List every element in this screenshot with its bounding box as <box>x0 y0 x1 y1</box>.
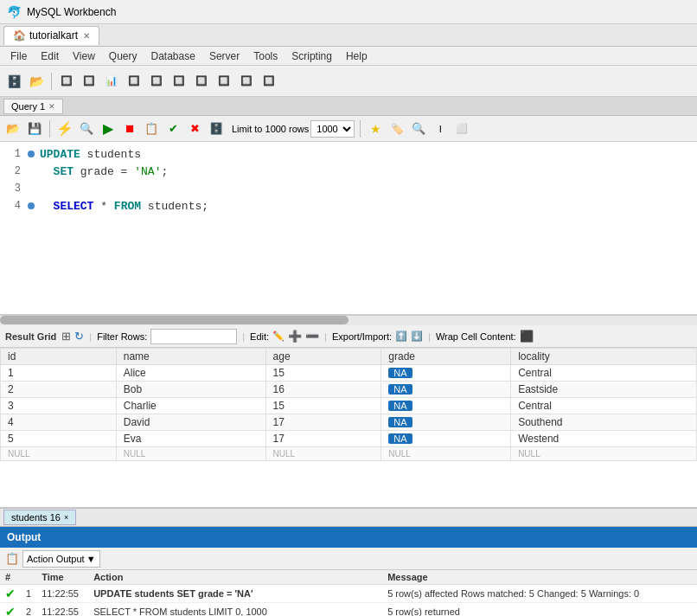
toolbar-btn-8[interactable]: 🔲 <box>214 71 234 92</box>
result-refresh-icon[interactable]: ↻ <box>74 330 84 343</box>
result-tab-students[interactable]: students 16 × <box>3 510 76 525</box>
menu-help[interactable]: Help <box>339 48 374 64</box>
code-line-1: 1 UPDATE students <box>0 145 697 163</box>
home-tab[interactable]: 🏠 tutorialkart ✕ <box>3 26 99 45</box>
toolbar-btn-5[interactable]: 🔲 <box>146 71 167 92</box>
sep-wrap: | <box>428 331 431 342</box>
toolbar-btn-10[interactable]: 🔲 <box>259 71 279 92</box>
output-row-num: 2 <box>21 603 36 617</box>
q-run-btn[interactable]: ⚡ <box>55 119 74 138</box>
output-col-time: Time <box>36 570 88 585</box>
menu-tools[interactable]: Tools <box>246 48 285 64</box>
edit-plus-icon[interactable]: ➕ <box>288 330 302 343</box>
q-star-btn[interactable]: ★ <box>366 119 385 138</box>
toolbar-btn-3[interactable]: 📊 <box>101 71 122 92</box>
output-col-action: Action <box>88 570 382 585</box>
q-x-btn[interactable]: ✖ <box>185 119 204 138</box>
query-tab-1[interactable]: Query 1 ✕ <box>3 99 63 114</box>
q-fmt-btn[interactable]: I <box>431 119 450 138</box>
filter-input[interactable] <box>150 329 237 344</box>
action-output-label: Action Output <box>27 554 85 564</box>
result-icon-1: ⊞ <box>61 330 71 343</box>
data-table-wrap: id name age grade locality 1Alice15NACen… <box>0 348 697 508</box>
code-line-4: 4 SELECT * FROM students; <box>0 197 697 215</box>
edit-pencil-icon[interactable]: ✏️ <box>272 330 285 342</box>
output-col-message: Message <box>382 570 697 585</box>
menu-scripting[interactable]: Scripting <box>285 48 339 64</box>
menu-server[interactable]: Server <box>202 48 246 64</box>
output-row-message: 5 row(s) affected Rows matched: 5 Change… <box>382 585 697 603</box>
toolbar-new-schema[interactable]: 🗄️ <box>3 71 24 92</box>
output-toolbar: 📋 Action Output ▼ <box>0 548 697 570</box>
code-editor[interactable]: 1 UPDATE students 2 SET grade = 'NA'; 3 … <box>0 142 697 315</box>
export-down-icon[interactable]: ⬇️ <box>411 330 423 342</box>
output-header-row: # Time Action Message <box>0 570 697 585</box>
wrap-icon[interactable]: ⬛ <box>520 330 534 343</box>
q-save-btn[interactable]: 💾 <box>25 119 44 138</box>
status-icon: ✔ <box>0 585 21 603</box>
toolbar-open[interactable]: 📂 <box>26 71 47 92</box>
q-stop-btn[interactable]: ⏹ <box>120 119 139 138</box>
na-badge: NA <box>388 368 412 378</box>
q-sep-1 <box>49 120 50 138</box>
q-open-btn[interactable]: 📂 <box>3 119 22 138</box>
limit-select[interactable]: Limit to 1000 rows 1000 500 200 <box>232 120 355 138</box>
app-title: MySQL Workbench <box>27 6 116 18</box>
edit-minus-icon[interactable]: ➖ <box>305 330 319 343</box>
result-tab-close[interactable]: × <box>64 513 68 522</box>
query-tab-close[interactable]: ✕ <box>48 102 55 111</box>
q-find-btn[interactable]: 🔍 <box>77 119 96 138</box>
menu-edit[interactable]: Edit <box>34 48 66 64</box>
dropdown-arrow-icon: ▼ <box>86 554 96 564</box>
output-header: Output <box>0 527 697 548</box>
null-row: NULLNULLNULLNULLNULL <box>1 447 697 461</box>
na-badge: NA <box>388 433 412 444</box>
menu-file[interactable]: File <box>3 48 34 64</box>
toolbar-btn-1[interactable]: 🔲 <box>56 71 77 92</box>
query-toolbar: 📂 💾 ⚡ 🔍 ▶ ⏹ 📋 ✔ ✖ 🗄️ Limit to 1000 rows … <box>0 116 697 142</box>
export-label: Export/Import: <box>332 331 392 342</box>
output-row-message: 5 row(s) returned <box>382 603 697 617</box>
title-bar: 🐬 MySQL Workbench <box>0 0 697 24</box>
menu-view[interactable]: View <box>66 48 102 64</box>
export-up-icon[interactable]: ⬆️ <box>395 330 407 342</box>
menu-database[interactable]: Database <box>144 48 202 64</box>
q-explain-btn[interactable]: 📋 <box>142 119 161 138</box>
q-tag-btn[interactable]: 🏷️ <box>387 119 406 138</box>
tab-close-btn[interactable]: ✕ <box>83 31 90 41</box>
tab-bar: 🏠 tutorialkart ✕ <box>0 24 697 47</box>
toolbar-btn-6[interactable]: 🔲 <box>169 71 189 92</box>
col-header-id: id <box>1 349 117 365</box>
output-row-action: SELECT * FROM students LIMIT 0, 1000 <box>88 603 382 617</box>
scroll-thumb[interactable] <box>0 316 348 324</box>
output-col-hash: # <box>0 570 21 585</box>
menu-query[interactable]: Query <box>102 48 144 64</box>
output-row-time: 11:22:55 <box>36 585 88 603</box>
q-wrap-btn[interactable]: ⬜ <box>452 119 471 138</box>
table-row: 2Bob16NAEastside <box>1 382 697 398</box>
sep-edit: | <box>242 331 245 342</box>
toolbar-btn-9[interactable]: 🔲 <box>236 71 257 92</box>
toolbar-sep-1 <box>51 73 52 90</box>
q-run-current-btn[interactable]: ▶ <box>99 119 118 138</box>
toolbar-btn-7[interactable]: 🔲 <box>191 71 212 92</box>
q-magnify-btn[interactable]: 🔍 <box>409 119 428 138</box>
limit-dropdown[interactable]: 1000 500 200 <box>310 120 355 138</box>
wrap-label: Wrap Cell Content: <box>436 331 516 342</box>
table-row: 1Alice15NACentral <box>1 365 697 382</box>
query-tab-label: Query 1 <box>11 101 45 112</box>
q-check-btn[interactable]: ✔ <box>163 119 182 138</box>
col-header-age: age <box>265 349 381 365</box>
output-row-num: 1 <box>21 585 36 603</box>
h-scrollbar[interactable] <box>0 315 697 325</box>
toolbar-btn-4[interactable]: 🔲 <box>124 71 144 92</box>
col-header-grade: grade <box>381 349 511 365</box>
col-header-locality: locality <box>511 349 697 365</box>
output-row-time: 11:22:55 <box>36 603 88 617</box>
toolbar-btn-2[interactable]: 🔲 <box>79 71 99 92</box>
action-output-dropdown[interactable]: Action Output ▼ <box>22 550 100 568</box>
q-schema-btn[interactable]: 🗄️ <box>207 119 226 138</box>
data-table: id name age grade locality 1Alice15NACen… <box>0 348 697 461</box>
output-title: Output <box>7 531 41 543</box>
table-row: 5Eva17NAWestend <box>1 431 697 447</box>
